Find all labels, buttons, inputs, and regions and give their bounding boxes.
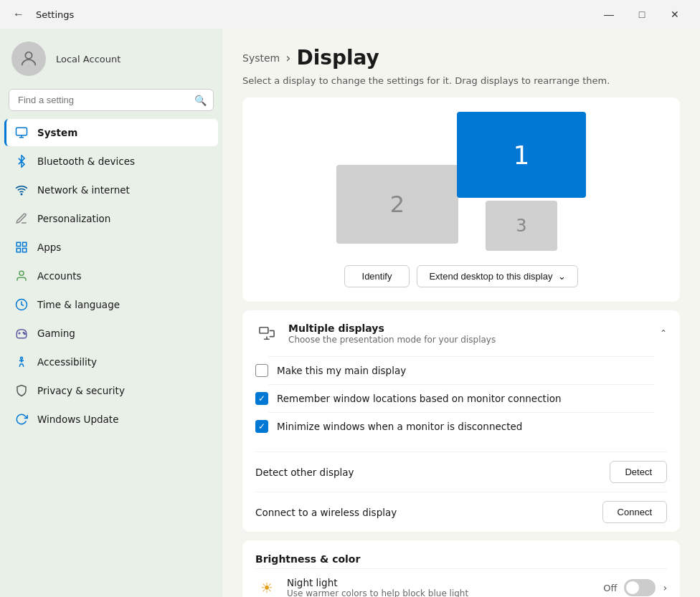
maximize-button[interactable]: □ bbox=[625, 3, 658, 26]
remember-windows-setting: Remember window locations based on monit… bbox=[255, 385, 667, 412]
extend-button[interactable]: Extend desktop to this display ⌄ bbox=[417, 265, 578, 287]
sidebar: Local Account 🔍 System Bluetooth & devi bbox=[0, 29, 222, 597]
search-icon: 🔍 bbox=[194, 95, 207, 106]
user-name: Local Account bbox=[56, 54, 120, 65]
night-light-status: Off bbox=[603, 583, 617, 593]
svg-rect-6 bbox=[23, 249, 27, 252]
sidebar-label-privacy: Privacy & security bbox=[37, 385, 125, 396]
night-light-icon: ☀ bbox=[255, 576, 278, 597]
search-input[interactable] bbox=[9, 89, 214, 111]
sidebar-item-gaming[interactable]: Gaming bbox=[4, 320, 218, 347]
svg-rect-4 bbox=[23, 242, 27, 246]
remember-windows-checkbox[interactable] bbox=[255, 392, 268, 405]
display-actions: Identify Extend desktop to this display … bbox=[257, 265, 666, 287]
sidebar-item-system[interactable]: System bbox=[4, 119, 218, 146]
minimize-windows-setting: Minimize windows when a monitor is disco… bbox=[255, 413, 667, 440]
sidebar-item-accessibility[interactable]: Accessibility bbox=[4, 348, 218, 376]
accessibility-icon bbox=[14, 355, 29, 369]
page-description: Select a display to change the settings … bbox=[242, 75, 680, 86]
personalization-icon bbox=[14, 211, 29, 226]
connect-display-row: Connect to a wireless display Connect bbox=[242, 492, 680, 532]
sidebar-item-bluetooth[interactable]: Bluetooth & devices bbox=[4, 148, 218, 175]
minimize-windows-label: Minimize windows when a monitor is disco… bbox=[277, 421, 667, 432]
update-icon bbox=[14, 412, 29, 426]
sidebar-label-bluetooth: Bluetooth & devices bbox=[37, 156, 135, 167]
bluetooth-icon bbox=[14, 154, 29, 168]
content-area: System › Display Select a display to cha… bbox=[222, 29, 700, 597]
time-icon bbox=[14, 297, 29, 312]
apps-icon bbox=[14, 240, 29, 254]
night-light-text: Night light Use warmer colors to help bl… bbox=[287, 577, 595, 597]
svg-point-12 bbox=[24, 333, 26, 335]
close-button[interactable]: ✕ bbox=[658, 3, 691, 26]
breadcrumb-separator: › bbox=[285, 50, 290, 65]
multiple-displays-icon bbox=[255, 322, 278, 345]
svg-rect-3 bbox=[16, 242, 20, 246]
sidebar-label-personalization: Personalization bbox=[37, 213, 110, 224]
main-display-label: Make this my main display bbox=[277, 365, 667, 376]
display-preview: 2 1 3 Identify Extend desktop to this di… bbox=[242, 97, 680, 302]
sidebar-label-apps: Apps bbox=[37, 242, 61, 253]
svg-rect-1 bbox=[16, 128, 27, 135]
sidebar-item-apps[interactable]: Apps bbox=[4, 234, 218, 261]
sidebar-item-accounts[interactable]: Accounts bbox=[4, 262, 218, 290]
main-display-setting: Make this my main display bbox=[255, 357, 667, 384]
sidebar-label-accessibility: Accessibility bbox=[37, 356, 97, 368]
monitor-2[interactable]: 2 bbox=[336, 165, 458, 244]
page-header: System › Display bbox=[242, 46, 680, 70]
connect-label: Connect to a wireless display bbox=[255, 507, 397, 518]
back-button[interactable]: ← bbox=[9, 4, 29, 24]
chevron-down-icon: ⌄ bbox=[558, 271, 566, 282]
monitors-area: 2 1 3 bbox=[257, 112, 666, 251]
multiple-displays-subtitle: Choose the presentation mode for your di… bbox=[288, 335, 496, 345]
night-light-title: Night light bbox=[287, 577, 595, 588]
breadcrumb: System bbox=[242, 52, 280, 64]
chevron-up-icon: ⌃ bbox=[660, 328, 667, 338]
app-title: Settings bbox=[36, 9, 74, 20]
page-title: Display bbox=[296, 46, 379, 70]
section-header-multiple-displays[interactable]: Multiple displays Choose the presentatio… bbox=[242, 310, 680, 356]
identify-button[interactable]: Identify bbox=[344, 265, 410, 287]
detect-label: Detect other display bbox=[255, 467, 354, 478]
night-light-subtitle: Use warmer colors to help block blue lig… bbox=[287, 588, 595, 597]
minimize-button[interactable]: — bbox=[592, 3, 625, 26]
gaming-icon bbox=[14, 326, 29, 340]
toggle-thumb bbox=[626, 581, 639, 594]
avatar bbox=[11, 42, 46, 76]
detect-button[interactable]: Detect bbox=[610, 461, 667, 483]
title-bar: ← Settings — □ ✕ bbox=[0, 0, 700, 29]
user-section: Local Account bbox=[0, 29, 222, 89]
sidebar-item-personalization[interactable]: Personalization bbox=[4, 205, 218, 232]
night-light-toggle[interactable] bbox=[624, 579, 656, 596]
sidebar-item-time[interactable]: Time & language bbox=[4, 291, 218, 318]
svg-point-7 bbox=[19, 271, 24, 275]
svg-point-2 bbox=[21, 194, 22, 195]
svg-rect-5 bbox=[16, 249, 20, 252]
sidebar-item-network[interactable]: Network & internet bbox=[4, 176, 218, 204]
connect-button[interactable]: Connect bbox=[602, 501, 667, 523]
monitor-1[interactable]: 1 bbox=[457, 112, 586, 198]
sidebar-label-gaming: Gaming bbox=[37, 328, 75, 339]
search-box: 🔍 bbox=[9, 89, 214, 111]
monitor-3[interactable]: 3 bbox=[486, 201, 557, 251]
sidebar-label-network: Network & internet bbox=[37, 184, 130, 196]
brightness-color-section: Brightness & color ☀ Night light Use war… bbox=[242, 540, 680, 597]
remember-windows-label: Remember window locations based on monit… bbox=[277, 393, 667, 404]
sidebar-item-privacy[interactable]: Privacy & security bbox=[4, 377, 218, 404]
main-display-checkbox[interactable] bbox=[255, 364, 268, 377]
system-icon bbox=[14, 125, 29, 140]
privacy-icon bbox=[14, 383, 29, 398]
sidebar-item-update[interactable]: Windows Update bbox=[4, 406, 218, 433]
brightness-title: Brightness & color bbox=[255, 553, 360, 565]
sidebar-label-time: Time & language bbox=[37, 299, 120, 310]
sidebar-label-accounts: Accounts bbox=[37, 270, 82, 282]
svg-point-13 bbox=[21, 357, 23, 359]
sidebar-label-update: Windows Update bbox=[37, 414, 118, 425]
network-icon bbox=[14, 183, 29, 197]
svg-point-0 bbox=[25, 52, 32, 59]
multiple-displays-title: Multiple displays bbox=[288, 323, 496, 334]
minimize-windows-checkbox[interactable] bbox=[255, 420, 268, 433]
night-light-chevron-icon[interactable]: › bbox=[663, 582, 667, 593]
window-controls: — □ ✕ bbox=[592, 3, 691, 26]
night-light-row[interactable]: ☀ Night light Use warmer colors to help … bbox=[242, 569, 680, 597]
